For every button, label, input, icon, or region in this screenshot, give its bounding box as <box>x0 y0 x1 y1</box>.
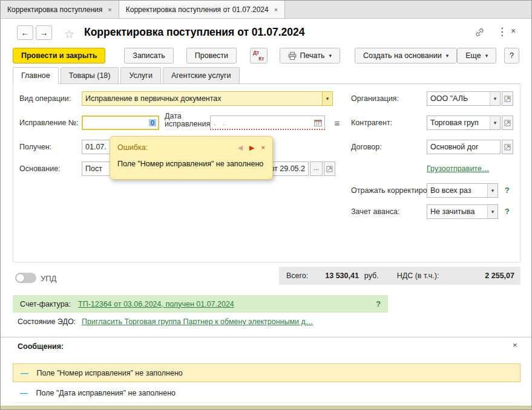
more-menu-icon[interactable]: ⋮ <box>497 25 507 38</box>
counterparty-open-button[interactable] <box>502 116 513 130</box>
chevron-down-icon[interactable]: ▾ <box>487 205 498 218</box>
edo-label: Состояние ЭДО: <box>18 317 76 326</box>
ellipsis-icon: ... <box>314 164 319 171</box>
post-button[interactable]: Провести <box>186 48 237 63</box>
contract-open-button[interactable] <box>502 140 513 154</box>
messages-divider <box>1 337 532 337</box>
organization-open-button[interactable] <box>502 91 513 106</box>
basis-choose-button[interactable]: ... <box>310 161 323 176</box>
correction-number-label: Исправление №: <box>19 119 79 127</box>
tab-close-icon[interactable]: × <box>108 6 111 13</box>
favorite-star-icon[interactable]: ☆ <box>64 27 74 41</box>
counterparty-select[interactable]: Торговая груп ▾ <box>427 116 501 130</box>
debit-credit-button[interactable]: Дт Кт <box>250 48 267 63</box>
chevron-down-icon: ▾ <box>446 53 449 59</box>
consignor-link[interactable]: Грузоотправите… <box>427 164 489 173</box>
operation-type-value: Исправление в первичных документах <box>82 94 322 103</box>
reflect-help-link[interactable]: ? <box>505 186 510 195</box>
error-tooltip-header: Ошибка: ◀ ▶ × <box>117 143 265 152</box>
message-item[interactable]: — Поле "Дата исправления" не заполнено <box>13 384 521 403</box>
toolbar: Провести и закрыть Записать Провести Дт … <box>1 46 531 65</box>
more-button[interactable]: Еще ▾ <box>457 48 496 63</box>
basis-value-start: Пост <box>82 164 105 173</box>
edo-row: Состояние ЭДО: Пригласить Торговая групп… <box>18 317 313 326</box>
counterparty-value: Торговая груп <box>427 119 490 127</box>
organization-select[interactable]: ООО "АЛЬ ▾ <box>427 91 501 106</box>
contract-value: Основной дог <box>427 143 500 151</box>
create-based-on-button[interactable]: Создать на основании ▾ <box>355 48 457 63</box>
counterparty-label: Контрагент: <box>351 119 392 127</box>
app-window: Корректировка поступления × Корректировк… <box>0 0 532 410</box>
reflect-adjustment-value: Во всех раз <box>427 186 487 195</box>
tab-close-icon[interactable]: × <box>274 6 278 13</box>
help-label: ? <box>510 51 514 60</box>
bottom-edge <box>1 406 532 410</box>
more-label: Еще <box>465 51 481 60</box>
operation-type-label: Вид операции: <box>19 94 71 103</box>
basis-value-end: от 29.05.2 <box>270 164 308 173</box>
invoice-help-link[interactable]: ? <box>376 300 381 308</box>
reflect-adjustment-select[interactable]: Во всех раз ▾ <box>427 183 498 198</box>
tab-agent-services[interactable]: Агентские услуги <box>163 67 240 83</box>
print-button[interactable]: Печать ▾ <box>280 48 340 63</box>
correction-number-zero: 0 <box>149 119 156 126</box>
upd-label: УПД <box>41 274 56 283</box>
contract-select[interactable]: Основной дог <box>427 140 501 154</box>
print-label: Печать <box>300 51 325 60</box>
chevron-down-icon[interactable]: ▾ <box>490 92 500 105</box>
upd-toggle[interactable] <box>15 273 36 283</box>
close-window-icon[interactable]: × <box>511 26 516 36</box>
chevron-down-icon[interactable]: ▾ <box>322 92 332 105</box>
messages-close-icon[interactable]: × <box>513 340 517 350</box>
error-tooltip-title: Ошибка: <box>117 143 148 152</box>
get-link-icon[interactable] <box>475 27 485 37</box>
chevron-down-icon[interactable]: ▾ <box>490 116 500 129</box>
currency-label: руб. <box>364 272 379 280</box>
contract-label: Договор: <box>351 143 382 151</box>
back-icon: ← <box>21 28 30 37</box>
close-tooltip-icon[interactable]: × <box>261 144 265 152</box>
total-label: Всего: <box>286 272 308 280</box>
window-tab-label: Корректировка поступления от 01.07.2024 <box>126 5 269 14</box>
message-item[interactable]: — Поле "Номер исправления" не заполнено <box>13 363 521 382</box>
list-icon[interactable]: ≡ <box>331 117 343 129</box>
message-text: Поле "Номер исправления" не заполнено <box>37 369 183 377</box>
invoice-label: Счет-фактура: <box>20 300 71 308</box>
tab-main[interactable]: Главное <box>13 67 59 84</box>
messages-title: Сообщения: <box>18 342 64 351</box>
save-button[interactable]: Записать <box>124 48 173 63</box>
correction-date-input[interactable]: . . <box>210 116 325 130</box>
total-value: 13 530,41 <box>325 272 359 280</box>
message-text: Поле "Дата исправления" не заполнено <box>36 389 176 397</box>
back-button[interactable]: ← <box>17 25 33 40</box>
upd-toggle-knob <box>16 274 24 282</box>
debit-icon: Дт <box>253 50 259 56</box>
error-tooltip-message: Поле "Номер исправления" не заполнено <box>117 160 265 168</box>
chevron-down-icon[interactable]: ▾ <box>487 184 498 197</box>
invoice-bar: Счет-фактура: ТП-12364 от 03.06.2024, по… <box>13 295 388 313</box>
window-tab-receipt-adjustment-dated[interactable]: Корректировка поступления от 01.07.2024 … <box>119 1 285 18</box>
window-tab-bar: Корректировка поступления × Корректировк… <box>1 1 531 19</box>
help-button[interactable]: ? <box>504 48 519 63</box>
organization-label: Организация: <box>351 94 399 103</box>
edo-invite-link[interactable]: Пригласить Торговая группа Партнер к обм… <box>82 317 313 326</box>
correction-date-label-line2: исправления: <box>165 120 212 128</box>
error-tooltip-nav: ◀ ▶ × <box>238 144 265 152</box>
operation-type-select[interactable]: Исправление в первичных документах ▾ <box>82 91 333 106</box>
basis-open-button[interactable] <box>324 161 335 176</box>
correction-number-input[interactable]: 0 <box>82 116 159 130</box>
advance-offset-value: Не зачитыва <box>427 207 487 216</box>
advance-offset-select[interactable]: Не зачитыва ▾ <box>427 204 498 219</box>
next-error-icon[interactable]: ▶ <box>249 144 254 152</box>
document-header: ← → ☆ Корректировка поступления от 01.07… <box>1 19 531 46</box>
forward-button[interactable]: → <box>36 25 52 40</box>
tab-goods[interactable]: Товары (18) <box>61 67 119 83</box>
invoice-link[interactable]: ТП-12364 от 03.06.2024, получен 01.07.20… <box>78 300 234 308</box>
tab-services[interactable]: Услуги <box>120 67 160 83</box>
correction-date-placeholder: . . <box>211 119 314 127</box>
prev-error-icon[interactable]: ◀ <box>238 144 243 152</box>
calendar-icon[interactable] <box>314 119 322 126</box>
post-and-close-button[interactable]: Провести и закрыть <box>13 48 105 63</box>
window-tab-receipt-adjustment[interactable]: Корректировка поступления × <box>1 1 119 18</box>
advance-offset-help-link[interactable]: ? <box>505 207 510 216</box>
